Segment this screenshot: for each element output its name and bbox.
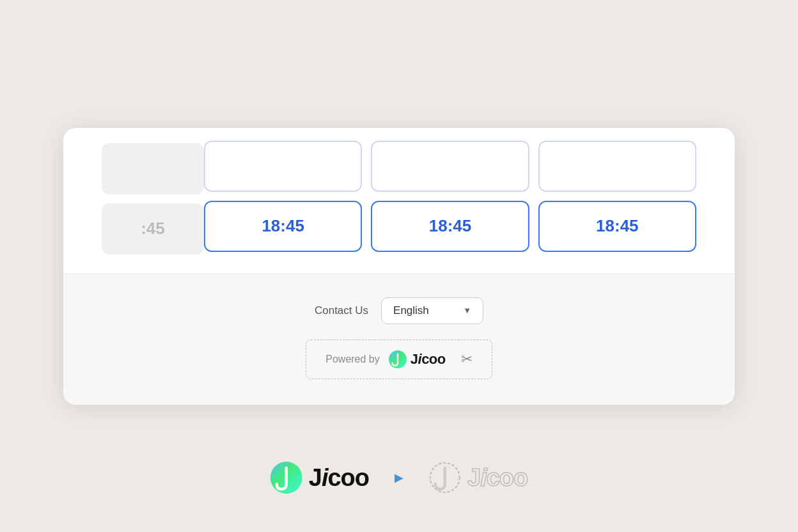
jicoo-big-icon-outline <box>429 462 461 494</box>
chevron-down-icon: ▼ <box>463 306 471 315</box>
language-value: English <box>393 304 429 317</box>
scissors-icon[interactable]: ✂ <box>461 351 473 368</box>
jicoo-logo-outline: Jicoo <box>429 462 528 494</box>
contact-row: Contact Us English ▼ <box>315 297 483 324</box>
time-label-bottom: :45 <box>102 203 204 254</box>
powered-by-box: Powered by Jicoo ✂ <box>306 340 492 379</box>
slot-2-3[interactable]: 18:45 <box>538 201 696 252</box>
jicoo-big-wordmark-outline: Jicoo <box>467 464 528 492</box>
slots-row-2: 18:45 18:45 18:45 <box>204 201 696 252</box>
jicoo-wordmark: Jicoo <box>411 351 446 368</box>
arrow-right-icon: ▶ <box>395 471 403 485</box>
jicoo-logo-solid: Jicoo <box>270 462 369 494</box>
powered-by-label: Powered by <box>325 354 380 365</box>
time-slots-section: :45 18:45 18:45 18:45 <box>63 128 735 274</box>
slots-grid: 18:45 18:45 18:45 <box>204 141 696 254</box>
slot-1-1[interactable] <box>204 141 362 192</box>
jicoo-big-wordmark-solid: Jicoo <box>309 464 369 492</box>
footer-section: Contact Us English ▼ Powered by <box>63 274 735 405</box>
time-label-top <box>102 143 204 194</box>
slot-1-3[interactable] <box>538 141 696 192</box>
slot-1-2[interactable] <box>371 141 529 192</box>
main-card: :45 18:45 18:45 18:45 Contact Us English… <box>63 128 735 405</box>
slot-2-2[interactable]: 18:45 <box>371 201 529 252</box>
time-label-col: :45 <box>102 141 204 254</box>
slot-2-1[interactable]: 18:45 <box>204 201 362 252</box>
jicoo-icon <box>389 350 407 368</box>
slots-row-1 <box>204 141 696 192</box>
language-selector[interactable]: English ▼ <box>381 297 483 324</box>
jicoo-big-icon-solid <box>270 462 302 494</box>
jicoo-logo-inner: Jicoo <box>389 350 446 368</box>
contact-us-label: Contact Us <box>315 304 368 317</box>
